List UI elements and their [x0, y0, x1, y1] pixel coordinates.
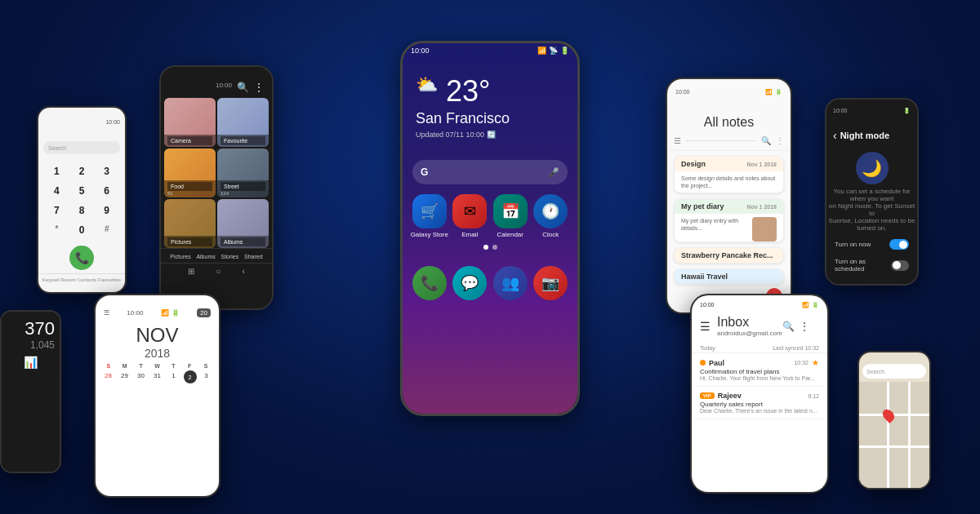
- center-time: 10:00: [411, 47, 430, 55]
- note-pet-text: My pet diary entry with details...: [681, 218, 738, 231]
- weather-widget: ⛅ 23° San Francisco Updated 07/11 10:00 …: [403, 58, 577, 147]
- key-hash[interactable]: #: [95, 221, 118, 239]
- calc-screen: 370 1,045 📊: [2, 312, 60, 472]
- key-5[interactable]: 5: [70, 182, 94, 200]
- note-pancake[interactable]: Strawberry Pancake Rec...: [674, 247, 784, 264]
- cal-day-3[interactable]: 3: [198, 370, 214, 383]
- key-0[interactable]: 0: [70, 221, 94, 239]
- dialer-phone: 10:00 Search 1 2 3 4 5 6 7 8 9 * 0 # 📞 K…: [37, 106, 127, 294]
- notes-status: 📶 🔋: [765, 89, 782, 95]
- note-hawaii-title: Hawaii Travel: [681, 273, 728, 281]
- map-search-bar[interactable]: Search: [862, 364, 926, 379]
- inbox-search-icon[interactable]: 🔍: [782, 321, 795, 332]
- email-label: Email: [461, 231, 478, 238]
- gallery-search-icon[interactable]: 🔍: [237, 82, 249, 93]
- note-pet-body: My pet diary entry with details...: [675, 214, 783, 235]
- app-phone[interactable]: 📞: [410, 266, 449, 300]
- tab-favourites[interactable]: Favourites: [98, 277, 121, 282]
- app-friends[interactable]: 👥: [491, 266, 530, 300]
- street-label: Street: [220, 182, 265, 191]
- night-back-icon[interactable]: ‹: [833, 129, 837, 142]
- note-hawaii[interactable]: Hawaii Travel: [674, 268, 784, 285]
- tab-recent[interactable]: Recent: [60, 277, 76, 282]
- night-toggle-2[interactable]: [891, 260, 909, 271]
- app-messages[interactable]: 💬: [450, 266, 489, 300]
- gallery-camera[interactable]: Camera: [164, 98, 216, 147]
- nav-albums[interactable]: Albums: [196, 254, 215, 259]
- key-7[interactable]: 7: [45, 202, 69, 219]
- inbox-email-rajeev[interactable]: VIP Rajeev 8:12 Quarterly sales report D…: [692, 387, 827, 419]
- app-email[interactable]: ✉ Email: [450, 194, 489, 238]
- center-phone: 10:00 📶 📡 🔋 ⛅ 23° San Francisco Updated …: [400, 41, 580, 416]
- key-1[interactable]: 1: [45, 162, 69, 180]
- cal-day-31[interactable]: 31: [149, 370, 165, 383]
- inbox-wifi: 📶: [802, 302, 809, 308]
- app-camera-bottom[interactable]: 📷: [531, 266, 570, 300]
- key-2[interactable]: 2: [70, 162, 94, 180]
- inbox-menu-icon[interactable]: ☰: [700, 320, 710, 333]
- dialer-search[interactable]: Search: [43, 141, 120, 154]
- note-pet-diary[interactable]: My pet diary Nov 1 2018 My pet diary ent…: [674, 198, 784, 242]
- inbox-email-paul[interactable]: Paul 10:32 ★ Confirmation of travel plan…: [692, 353, 827, 387]
- app-dock-row2: 📞 💬 👥 📷: [403, 256, 577, 300]
- tab-keypad[interactable]: Keypad: [42, 277, 59, 282]
- day-s1: S: [100, 363, 117, 369]
- call-button[interactable]: 📞: [69, 246, 94, 270]
- gallery-nav-back[interactable]: ‹: [243, 267, 245, 276]
- app-galaxy-store[interactable]: 🛒 Galaxy Store: [410, 194, 449, 238]
- gallery-nav-home[interactable]: ⊞: [188, 267, 194, 276]
- key-6[interactable]: 6: [95, 182, 118, 200]
- key-8[interactable]: 8: [70, 202, 94, 219]
- map-screen: Search: [859, 352, 929, 488]
- cal-day-2[interactable]: 2: [184, 370, 197, 383]
- center-status-bar: 10:00 📶 📡 🔋: [403, 43, 577, 58]
- gallery-favorites[interactable]: Favourite: [217, 98, 269, 147]
- friends-icon: 👥: [493, 266, 528, 300]
- paul-header: Paul 10:32 ★: [700, 358, 819, 367]
- app-clock[interactable]: 🕐 Clock: [531, 194, 570, 238]
- gallery-street[interactable]: Street 124: [217, 148, 269, 197]
- cal-day-28[interactable]: 28: [100, 370, 116, 383]
- key-4[interactable]: 4: [45, 182, 69, 200]
- gallery-food[interactable]: Food 51: [164, 148, 216, 197]
- notes-menu[interactable]: ☰: [674, 136, 681, 145]
- key-3[interactable]: 3: [95, 162, 118, 180]
- messages-icon: 💬: [452, 266, 487, 300]
- nav-pictures[interactable]: Pictures: [170, 254, 190, 259]
- weather-city: San Francisco: [416, 110, 564, 127]
- nav-stories[interactable]: Stories: [220, 254, 238, 259]
- notes-more[interactable]: ⋮: [776, 136, 784, 145]
- tab-contacts[interactable]: Contacts: [78, 277, 97, 282]
- note-design[interactable]: Design Nov 1 2018 Some design details an…: [674, 156, 784, 193]
- cal-menu-icon[interactable]: ☰: [104, 309, 109, 317]
- calc-graph-icon: 📊: [3, 356, 58, 369]
- notes-toolbar: ☰ 🔍 ⋮: [667, 136, 791, 151]
- galaxy-store-label: Galaxy Store: [411, 231, 448, 238]
- key-star[interactable]: *: [45, 221, 69, 239]
- notes-screen: 10:00 📶 🔋 All notes ☰ 🔍 ⋮ Design Nov 1 2…: [667, 79, 791, 312]
- camera-label: Camera: [167, 136, 212, 145]
- inbox-more-icon[interactable]: ⋮: [800, 321, 809, 332]
- search-placeholder: Search: [48, 145, 66, 151]
- cal-day-30[interactable]: 30: [133, 370, 149, 383]
- cal-day-29[interactable]: 29: [117, 370, 132, 383]
- dialer-keypad: 1 2 3 4 5 6 7 8 9 * 0 #: [38, 159, 125, 242]
- google-search-bar[interactable]: G 🎤: [412, 160, 568, 184]
- gallery-nav-circle[interactable]: ○: [216, 267, 220, 276]
- key-9[interactable]: 9: [95, 202, 118, 219]
- nav-shared[interactable]: Shared: [244, 254, 263, 259]
- note-hawaii-header: Hawaii Travel: [675, 269, 783, 284]
- night-toggle-1[interactable]: [889, 239, 909, 250]
- notes-search[interactable]: 🔍: [761, 136, 771, 145]
- gallery-albums[interactable]: Albums: [217, 199, 269, 248]
- app-calendar[interactable]: 📅 Calendar: [491, 194, 530, 238]
- inbox-time: 10:00: [700, 302, 715, 308]
- cal-day-1[interactable]: 1: [166, 370, 181, 383]
- gallery-pictures[interactable]: Pictures: [164, 199, 216, 248]
- paul-star[interactable]: ★: [812, 358, 819, 367]
- calendar-days: 28 29 30 31 1 2 3: [96, 369, 219, 385]
- page-dots: [403, 245, 577, 250]
- day-f: F: [181, 363, 198, 369]
- gallery-screen: 10:00 🔍 ⋮ Camera Favourite Food 51: [161, 67, 272, 308]
- gallery-more-icon[interactable]: ⋮: [254, 82, 264, 93]
